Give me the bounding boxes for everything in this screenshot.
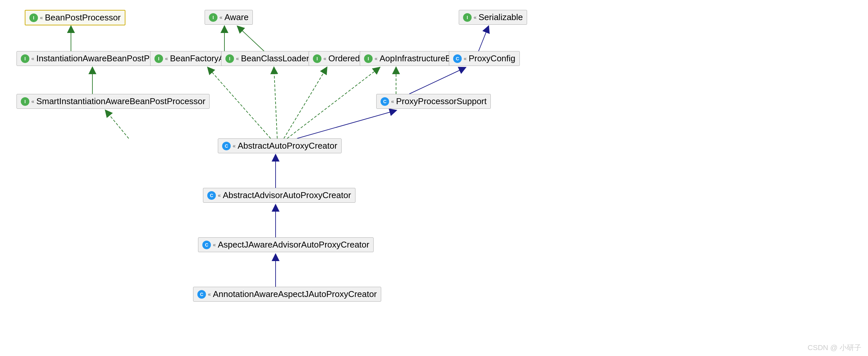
class-badge: C <box>202 241 211 249</box>
svg-line-3 <box>478 26 489 51</box>
interface-badge: I <box>29 13 38 22</box>
node-proxyconfig[interactable]: C«ProxyConfig <box>449 51 520 66</box>
type-icon: « <box>375 56 378 62</box>
node-label: ProxyConfig <box>469 54 516 64</box>
interface-badge: I <box>209 13 217 22</box>
node-label: Aware <box>224 12 249 23</box>
class-badge: C <box>453 55 462 63</box>
svg-line-6 <box>208 68 271 138</box>
class-badge: C <box>197 290 206 299</box>
node-proxyprocessorsupport[interactable]: C«ProxyProcessorSupport <box>376 94 491 109</box>
class-badge: C <box>222 142 231 150</box>
node-label: SmartInstantiationAwareBeanPostProcessor <box>36 96 206 106</box>
node-label: AnnotationAwareAspectJAutoProxyCreator <box>213 289 377 299</box>
node-abstractadvisorautoproxycreator[interactable]: C«AbstractAdvisorAutoProxyCreator <box>203 188 355 203</box>
interface-badge: I <box>463 13 472 22</box>
type-icon: « <box>474 14 476 21</box>
svg-line-11 <box>409 68 465 94</box>
svg-line-10 <box>297 110 396 138</box>
type-icon: « <box>233 143 236 149</box>
node-label: AbstractAdvisorAutoProxyCreator <box>223 190 351 201</box>
node-label: ProxyProcessorSupport <box>396 96 487 106</box>
type-icon: « <box>165 56 168 62</box>
node-label: Ordered <box>329 54 360 64</box>
node-label: BeanPostProcessor <box>45 12 121 23</box>
interface-badge: I <box>154 55 163 63</box>
node-label: AbstractAutoProxyCreator <box>238 141 337 151</box>
type-icon: « <box>219 14 222 21</box>
interface-badge: I <box>21 55 29 63</box>
node-label: Serializable <box>478 12 523 23</box>
node-smartinstantiationawarebeanpostprocessor[interactable]: I«SmartInstantiationAwareBeanPostProcess… <box>17 94 210 109</box>
type-icon: « <box>323 56 327 62</box>
svg-line-8 <box>284 68 327 138</box>
type-icon: « <box>464 56 467 62</box>
node-annotationawareaspectjautoproxycreator[interactable]: C«AnnotationAwareAspectJAutoProxyCreator <box>193 287 381 301</box>
watermark: CSDN @ 小研子 <box>808 343 861 353</box>
svg-line-5 <box>105 110 129 138</box>
class-badge: C <box>380 97 389 106</box>
interface-badge: I <box>225 55 234 63</box>
type-icon: « <box>236 56 239 62</box>
svg-line-9 <box>287 68 379 138</box>
interface-badge: I <box>21 97 29 106</box>
svg-line-7 <box>274 68 277 138</box>
type-icon: « <box>391 99 394 105</box>
interface-badge: I <box>313 55 321 63</box>
node-abstractautoproxycreator[interactable]: C«AbstractAutoProxyCreator <box>218 138 342 153</box>
node-aspectjawareadvisorautoproxycreator[interactable]: C«AspectJAwareAdvisorAutoProxyCreator <box>198 237 374 252</box>
type-icon: « <box>31 99 34 105</box>
class-badge: C <box>207 191 216 200</box>
type-icon: « <box>208 291 211 297</box>
diagram-container: I«BeanPostProcessorI«AwareI«Serializable… <box>0 0 868 356</box>
node-aware[interactable]: I«Aware <box>205 10 253 25</box>
node-ordered[interactable]: I«Ordered <box>309 51 364 66</box>
node-beanpostprocessor[interactable]: I«BeanPostProcessor <box>25 10 125 25</box>
type-icon: « <box>218 192 221 199</box>
svg-line-2 <box>238 26 264 51</box>
type-icon: « <box>40 15 43 21</box>
type-icon: « <box>213 242 216 248</box>
node-label: AspectJAwareAdvisorAutoProxyCreator <box>218 240 369 250</box>
type-icon: « <box>31 56 34 62</box>
interface-badge: I <box>364 55 373 63</box>
node-serializable[interactable]: I«Serializable <box>459 10 527 25</box>
